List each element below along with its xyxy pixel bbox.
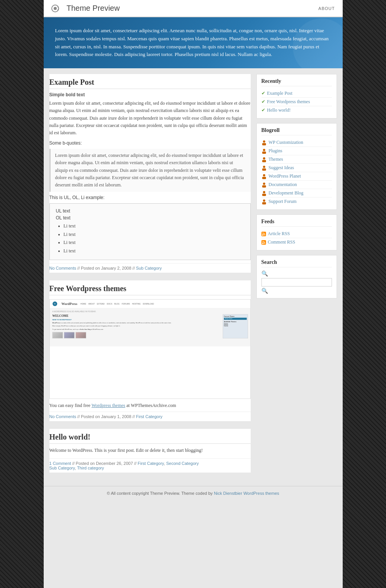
feed-link-0[interactable]: Article RSS xyxy=(268,231,290,237)
footer-link[interactable]: Nick Dienstbier WordPress themes xyxy=(214,491,279,496)
recently-item-1: ✔ Free Wordpress themes xyxy=(261,98,332,106)
logo: Theme Preview xyxy=(51,4,120,13)
free-wp-text-before: You can easy find free xyxy=(49,403,92,408)
search-input[interactable] xyxy=(261,278,332,287)
ss-theme-list: ClassicDefaultKubrick xyxy=(224,323,246,327)
logo-icon xyxy=(51,5,64,12)
recently-link-2[interactable]: Hello world! xyxy=(267,107,291,113)
post-meta-hello: 1 Comment // Posted on December 26, 2007… xyxy=(49,458,251,473)
person-icon-5 xyxy=(261,182,267,188)
blogroll-item-5: Documentation xyxy=(261,181,332,189)
meta-sep-4: // xyxy=(133,414,136,419)
person-icon-2 xyxy=(261,157,267,162)
post-example: Example Post Simple bold text Lorem ipsu… xyxy=(49,74,251,273)
ss-img-1 xyxy=(52,332,63,339)
category-link-3d[interactable]: Third category xyxy=(77,466,104,470)
content-wrapper: Example Post Simple bold text Lorem ipsu… xyxy=(44,68,343,486)
meta-sep-5: // xyxy=(72,461,76,466)
ss-theme-box: Default Theme xyxy=(224,318,246,320)
footer-text: © All content copyright Theme Preview. T… xyxy=(107,491,213,496)
post-date-2: Posted on January 1, 2008 xyxy=(81,414,131,419)
check-icon-1: ✔ xyxy=(261,99,265,105)
list-label: This is UL, OL, Li example: xyxy=(49,195,251,200)
blogroll-link-4[interactable]: WordPress Planet xyxy=(269,173,301,179)
widget-search: Search 🔍 🔍 xyxy=(256,255,337,298)
person-icon-0 xyxy=(261,140,267,145)
blogroll-link-6[interactable]: Development Blog xyxy=(269,190,304,196)
person-icon-4 xyxy=(261,174,267,179)
blogroll-item-1: Plugins xyxy=(261,147,332,155)
ss-img-3 xyxy=(76,332,86,339)
widget-title-search: Search xyxy=(261,259,332,267)
blogroll-item-7: Support Forum xyxy=(261,198,332,206)
post-free-wp-text: You can easy find free Wordpress themes … xyxy=(49,403,251,408)
bquotes-label: Some b-quotes: xyxy=(49,140,251,146)
comments-link[interactable]: No Comments xyxy=(49,266,76,270)
blogroll-link-7[interactable]: Support Forum xyxy=(269,199,297,204)
widget-blogroll: Blogroll WP Customization Plugins The xyxy=(256,123,337,210)
post-meta-free-wp: No Comments // Posted on January 1, 2008… xyxy=(49,412,251,421)
svg-point-10 xyxy=(263,166,265,168)
svg-rect-7 xyxy=(262,152,266,154)
category-link-3b[interactable]: Second Category xyxy=(166,461,199,466)
ss-header: W WordPress HOMEABOUTEXTENDDOCSBLOGFORUM… xyxy=(50,300,251,308)
ul-text: UL text xyxy=(56,208,244,214)
nav-about[interactable]: ABOUT xyxy=(319,6,335,11)
blogroll-item-0: WP Customization xyxy=(261,138,332,147)
widget-recently: Recently ✔ Example Post ✔ Free Wordpress… xyxy=(256,74,337,119)
svg-rect-13 xyxy=(262,177,266,179)
post-hello-world: Hello world! Welcome to WordPress. This … xyxy=(49,429,251,472)
blogroll-link-0[interactable]: WP Customization xyxy=(269,140,304,145)
check-icon-2: ✔ xyxy=(261,107,265,113)
recently-link-1[interactable]: Free Wordpress themes xyxy=(267,99,310,105)
meta-sep-3: // xyxy=(77,414,81,419)
hero-text: Lorem ipsum dolor sit amet, consectetuer… xyxy=(55,27,331,59)
ss-available-title: Available Themes xyxy=(224,321,246,323)
list-item: Li text xyxy=(64,247,244,255)
ss-nav: HOMEABOUTEXTENDDOCSBLOGFORUMSHOSTINGDOWN… xyxy=(80,303,154,305)
person-icon-6 xyxy=(261,191,267,196)
svg-rect-9 xyxy=(262,160,266,162)
blogroll-link-5[interactable]: Documentation xyxy=(269,182,297,188)
post-meta-example: No Comments // Posted on January 2, 2008… xyxy=(49,263,251,273)
meta-separator-2: // xyxy=(133,266,136,270)
svg-rect-11 xyxy=(262,168,266,171)
feed-link-1[interactable]: Comment RSS xyxy=(268,239,296,245)
post-date-3: Posted on December 26, 2007 xyxy=(76,461,133,466)
search-icon-bottom[interactable]: 🔍 xyxy=(261,288,268,294)
svg-rect-15 xyxy=(262,185,266,188)
comments-link-2[interactable]: No Comments xyxy=(49,414,76,419)
blogroll-item-4: WordPress Planet xyxy=(261,172,332,181)
recently-item-2: ✔ Hello world! xyxy=(261,106,332,114)
post-body-example: Lorem ipsum dolor sit amet, consectetur … xyxy=(49,100,251,137)
widget-title-feeds: Feeds xyxy=(261,219,332,227)
blogroll-link-3[interactable]: Suggest Ideas xyxy=(269,165,294,171)
category-link[interactable]: Sub Category xyxy=(136,266,162,270)
footer: © All content copyright Theme Preview. T… xyxy=(44,486,343,500)
ss-footer-images xyxy=(52,332,220,339)
post-title-free-wp: Free Wordpress themes xyxy=(49,280,251,295)
category-link-3c[interactable]: Sub Category xyxy=(49,466,75,470)
ss-welcome: WELCOME xyxy=(52,315,220,318)
person-icon-1 xyxy=(261,148,267,154)
meta-sep-6: // xyxy=(134,461,138,466)
svg-text:W: W xyxy=(54,303,56,305)
widget-title-recently: Recently xyxy=(261,78,332,86)
ss-body: A WORDPRESS IS ALSO AVAILABLE IN FOOBAR.… xyxy=(50,309,251,347)
free-wp-text-after: at WPThemesArchive.com xyxy=(126,403,176,408)
list-item: Li text xyxy=(64,239,244,247)
comments-link-3[interactable]: 1 Comment xyxy=(49,461,71,466)
blogroll-link-1[interactable]: Plugins xyxy=(269,148,283,154)
blogroll-link-2[interactable]: Themes xyxy=(269,156,283,162)
meta-separator-1: // xyxy=(77,266,81,270)
wordpress-themes-link[interactable]: Wordpress themes xyxy=(92,403,125,408)
svg-point-18 xyxy=(263,199,265,202)
person-icon-3 xyxy=(261,165,267,171)
svg-point-4 xyxy=(263,140,265,143)
li-list: Li text Li text Li text Li text xyxy=(64,222,244,255)
post-body-hello: Welcome to WordPress. This is your first… xyxy=(49,447,251,454)
recently-link-0[interactable]: Example Post xyxy=(267,91,292,96)
category-link-2[interactable]: First Category xyxy=(136,414,163,419)
ss-text-2: More simply, WordPress is what you use w… xyxy=(52,325,220,327)
category-link-3a[interactable]: First Category xyxy=(138,461,164,466)
